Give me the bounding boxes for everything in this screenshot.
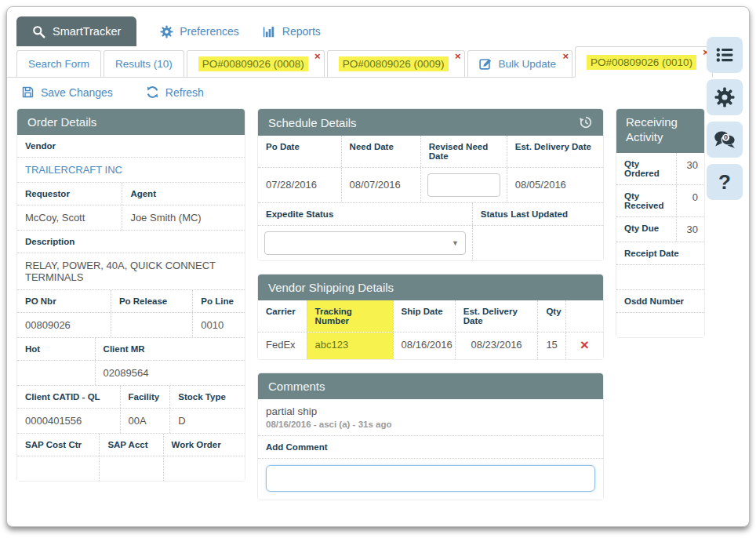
- refresh-label: Refresh: [165, 86, 204, 99]
- refresh-button[interactable]: Refresh: [146, 85, 204, 99]
- requestor-label: Requestor: [17, 183, 122, 205]
- tab-label: Bulk Update: [499, 58, 557, 70]
- carrier-col: Carrier: [258, 300, 307, 332]
- order-details-header: Order Details: [17, 109, 245, 135]
- close-icon[interactable]: ×: [562, 51, 569, 61]
- schedule-details-header: Schedule Details: [258, 109, 603, 136]
- bar-chart-icon: [263, 25, 276, 38]
- floppy-disk-icon: [21, 85, 35, 99]
- work-order-value: [163, 456, 245, 481]
- osdd-number-value: [616, 313, 704, 337]
- po-release-label: Po Release: [111, 290, 192, 312]
- gear-icon: [160, 25, 173, 38]
- preferences-link[interactable]: Preferences: [160, 16, 238, 46]
- save-label: Save Changes: [41, 86, 113, 99]
- comments-rail-button[interactable]: 0: [707, 122, 743, 158]
- status-last-updated-label: Status Last Updated: [472, 203, 603, 225]
- carrier-value: FedEx: [258, 333, 307, 359]
- osdd-number-label: Osdd Number: [616, 290, 704, 312]
- need-date-col: Need Date: [341, 136, 420, 167]
- tab-po-0008[interactable]: PO#00809026 (0008) ×: [187, 50, 325, 77]
- revised-need-date-input[interactable]: [427, 173, 500, 197]
- receiving-activity-panel: Receiving Activity Qty Ordered 30 Qty Re…: [616, 108, 705, 338]
- work-order-label: Work Order: [163, 434, 245, 456]
- stock-type-value: D: [169, 409, 245, 433]
- revised-need-date-cell: [420, 168, 507, 202]
- hot-value: [17, 361, 95, 385]
- panel-title: Vendor Shipping Details: [268, 281, 394, 294]
- qty-received-value: 0: [676, 185, 704, 216]
- action-toolbar: Save Changes Refresh: [7, 78, 749, 105]
- chevron-down-icon: ▼: [452, 239, 459, 247]
- close-icon[interactable]: ×: [455, 51, 461, 61]
- center-column: Schedule Details Po Date Need Date Revis…: [257, 108, 604, 500]
- delete-row-cell: ×: [565, 333, 603, 359]
- est-delivery-date-value: 08/05/2016: [507, 168, 603, 202]
- comments-panel: Comments partial ship 08/16/2016 - asci …: [257, 373, 604, 500]
- side-icon-rail: 0 ?: [707, 37, 744, 200]
- ship-date-value: 08/16/2016: [393, 333, 455, 359]
- po-date-col: Po Date: [258, 136, 341, 167]
- agent-value: Joe Smith (MC): [122, 205, 245, 230]
- tab-bulk-update[interactable]: Bulk Update ×: [467, 50, 573, 77]
- tab-search-form[interactable]: Search Form: [16, 50, 101, 77]
- po-release-value: [111, 313, 192, 337]
- sap-cost-ctr-value: [17, 456, 99, 481]
- expedite-status-cell: ▼: [258, 226, 472, 260]
- status-last-updated-value: [472, 226, 603, 260]
- qty-due-row: Qty Due 30: [616, 217, 704, 242]
- tab-results[interactable]: Results (10): [104, 50, 184, 77]
- delete-icon[interactable]: ×: [580, 336, 589, 353]
- description-label: Description: [17, 231, 245, 253]
- gear-icon: [714, 87, 735, 107]
- list-icon: [715, 45, 734, 64]
- po-line-label: Po Line: [192, 290, 245, 312]
- qty-value: 15: [537, 333, 565, 359]
- question-mark-icon: ?: [718, 170, 731, 194]
- history-icon[interactable]: [579, 115, 593, 129]
- qty-ordered-label: Qty Ordered: [616, 153, 676, 184]
- add-comment-input[interactable]: [266, 465, 595, 492]
- vendor-link[interactable]: TRAILERCRAFT INC: [17, 158, 245, 182]
- reports-link[interactable]: Reports: [263, 16, 321, 46]
- revised-need-date-col: Revised Need Date: [420, 136, 507, 167]
- top-nav: SmartTracker Preferences Reports: [7, 7, 749, 46]
- qty-received-row: Qty Received 0: [616, 185, 704, 217]
- stock-type-label: Stock Type: [169, 386, 245, 408]
- main-content: Order Details Vendor TRAILERCRAFT INC Re…: [7, 105, 705, 511]
- actions-col: [565, 300, 603, 332]
- magnifier-icon: [32, 25, 45, 38]
- tracking-number-link[interactable]: abc123: [307, 333, 393, 359]
- help-button[interactable]: ?: [707, 164, 743, 200]
- panel-title: Receiving Activity: [626, 115, 695, 145]
- settings-button[interactable]: [707, 79, 743, 115]
- tab-label: PO#00809026 (0010): [587, 55, 696, 70]
- expedite-status-select[interactable]: ▼: [264, 231, 466, 255]
- reports-label: Reports: [282, 25, 321, 38]
- panel-title: Schedule Details: [268, 116, 357, 129]
- vendor-shipping-header: Vendor Shipping Details: [258, 274, 603, 300]
- qty-ordered-value: 30: [676, 153, 704, 184]
- est-delivery-col: Est. Delivery Date: [455, 300, 538, 332]
- chat-badge-count: 0: [724, 133, 728, 141]
- add-comment-cell: [258, 459, 603, 500]
- tab-po-0009[interactable]: PO#00809026 (0009) ×: [327, 50, 465, 77]
- client-catid-label: Client CATID - QL: [17, 386, 120, 408]
- need-date-value: 08/07/2016: [341, 168, 420, 202]
- vendor-shipping-panel: Vendor Shipping Details Carrier Tracking…: [257, 274, 604, 360]
- close-icon[interactable]: ×: [314, 51, 321, 61]
- save-changes-button[interactable]: Save Changes: [21, 85, 113, 99]
- client-mr-value: 02089564: [95, 361, 245, 385]
- panel-title: Order Details: [27, 115, 96, 129]
- refresh-icon: [146, 85, 159, 99]
- est-delivery-date-col: Est. Delivery Date: [507, 136, 603, 167]
- facility-value: 00A: [120, 409, 170, 433]
- list-view-button[interactable]: [707, 37, 743, 73]
- qty-due-label: Qty Due: [616, 217, 676, 242]
- app-window: SmartTracker Preferences Reports: [6, 6, 750, 527]
- smarttracker-brand-tab[interactable]: SmartTracker: [16, 16, 136, 46]
- comment-meta: 08/16/2016 - asci (a) - 31s ago: [266, 420, 595, 429]
- tab-po-0010-active[interactable]: PO#00809026 (0010) ×: [575, 46, 713, 78]
- qty-received-label: Qty Received: [616, 185, 676, 216]
- chat-bubbles-icon: 0: [713, 129, 736, 150]
